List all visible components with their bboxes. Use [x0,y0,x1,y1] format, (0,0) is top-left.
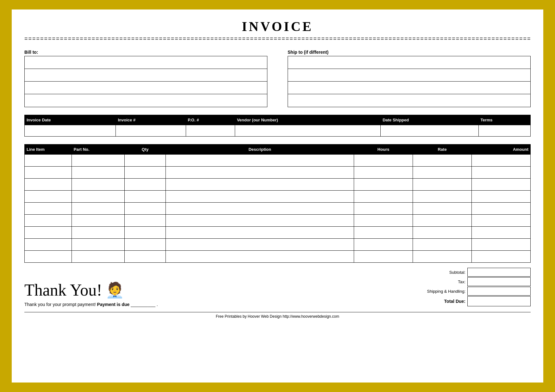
ship-to-row-2[interactable] [288,69,530,82]
thank-you-block: Thank You! 🧑‍💼 Thank you for your prompt… [24,281,328,307]
shipping-label: Shipping & Handling: [410,289,467,294]
line-item-part-0[interactable] [72,155,124,167]
line-item-line-7[interactable] [25,239,72,251]
payment-due-line: __________ [131,302,155,307]
line-item-part-5[interactable] [72,215,124,227]
line-item-rate-4[interactable] [413,203,472,215]
line-item-qty-4[interactable] [125,203,166,215]
meta-date-shipped[interactable] [381,125,478,137]
total-due-value[interactable] [467,296,531,306]
line-item-amount-0[interactable] [472,155,531,167]
footer-section: Thank You! 🧑‍💼 Thank you for your prompt… [24,268,531,307]
invoice-divider: ========================================… [24,35,531,42]
line-item-rate-0[interactable] [413,155,472,167]
line-item-hours-3[interactable] [354,191,413,203]
line-item-rate-2[interactable] [413,179,472,191]
line-item-row [25,203,531,215]
line-item-hours-2[interactable] [354,179,413,191]
meta-invoice-num[interactable] [116,125,186,137]
tax-value[interactable] [467,277,531,286]
subtotal-value[interactable] [467,268,531,277]
line-item-line-4[interactable] [25,203,72,215]
bottom-divider [24,312,531,312]
line-item-line-6[interactable] [25,227,72,239]
line-item-amount-1[interactable] [472,167,531,179]
line-item-line-0[interactable] [25,155,72,167]
total-due-label: Total Due: [410,299,467,304]
line-item-rate-8[interactable] [413,251,472,263]
line-item-desc-5[interactable] [166,215,354,227]
line-item-qty-6[interactable] [125,227,166,239]
line-item-hours-4[interactable] [354,203,413,215]
shipping-value[interactable] [467,287,531,296]
line-item-desc-3[interactable] [166,191,354,203]
meta-po-num[interactable] [186,125,235,137]
line-item-part-1[interactable] [72,167,124,179]
line-item-qty-1[interactable] [125,167,166,179]
line-item-desc-6[interactable] [166,227,354,239]
payment-due-period: . [157,302,158,307]
ship-to-block: Ship to (if different) [288,50,531,107]
line-item-part-8[interactable] [72,251,124,263]
invoice-document: INVOICE ================================… [12,9,543,383]
line-item-amount-2[interactable] [472,179,531,191]
line-item-amount-3[interactable] [472,191,531,203]
line-item-row [25,215,531,227]
line-item-hours-8[interactable] [354,251,413,263]
line-item-qty-5[interactable] [125,215,166,227]
line-item-desc-7[interactable] [166,239,354,251]
ship-to-row-3[interactable] [288,82,530,94]
line-item-amount-4[interactable] [472,203,531,215]
meta-vendor[interactable] [235,125,381,137]
line-item-qty-8[interactable] [125,251,166,263]
line-item-amount-5[interactable] [472,215,531,227]
bill-to-row-2[interactable] [25,69,267,82]
line-item-part-6[interactable] [72,227,124,239]
meta-header-invoice-num: Invoice # [116,115,186,125]
line-item-qty-3[interactable] [125,191,166,203]
line-item-desc-2[interactable] [166,179,354,191]
line-item-hours-0[interactable] [354,155,413,167]
line-item-rate-7[interactable] [413,239,472,251]
bill-to-row-4[interactable] [25,94,267,107]
line-item-part-2[interactable] [72,179,124,191]
line-item-amount-8[interactable] [472,251,531,263]
bill-to-row-3[interactable] [25,82,267,94]
line-item-amount-6[interactable] [472,227,531,239]
line-item-qty-0[interactable] [125,155,166,167]
line-item-desc-0[interactable] [166,155,354,167]
line-item-line-5[interactable] [25,215,72,227]
line-item-rate-1[interactable] [413,167,472,179]
meta-header-date-shipped: Date Shipped [381,115,478,125]
ship-to-row-1[interactable] [288,56,530,69]
ship-to-row-4[interactable] [288,94,530,107]
line-item-part-4[interactable] [72,203,124,215]
line-item-hours-6[interactable] [354,227,413,239]
meta-terms[interactable] [478,125,530,137]
line-item-rate-5[interactable] [413,215,472,227]
line-item-hours-7[interactable] [354,239,413,251]
totals-block: Subtotal: Tax: Shipping & Handling: Tota… [348,268,531,307]
line-item-line-3[interactable] [25,191,72,203]
line-item-line-8[interactable] [25,251,72,263]
line-item-rate-6[interactable] [413,227,472,239]
line-item-row [25,227,531,239]
line-item-part-7[interactable] [72,239,124,251]
line-item-line-2[interactable] [25,179,72,191]
meta-invoice-date[interactable] [25,125,116,137]
thank-you-payment-text: Thank you for your prompt payment! Payme… [24,302,158,307]
line-item-desc-1[interactable] [166,167,354,179]
line-item-rate-3[interactable] [413,191,472,203]
items-header-hours: Hours [354,144,413,155]
line-item-hours-1[interactable] [354,167,413,179]
line-item-qty-2[interactable] [125,179,166,191]
bill-to-row-1[interactable] [25,56,267,69]
bill-to-block: Bill to: [24,50,267,107]
line-item-desc-8[interactable] [166,251,354,263]
line-item-desc-4[interactable] [166,203,354,215]
line-item-hours-5[interactable] [354,215,413,227]
line-item-qty-7[interactable] [125,239,166,251]
line-item-line-1[interactable] [25,167,72,179]
line-item-part-3[interactable] [72,191,124,203]
line-item-amount-7[interactable] [472,239,531,251]
